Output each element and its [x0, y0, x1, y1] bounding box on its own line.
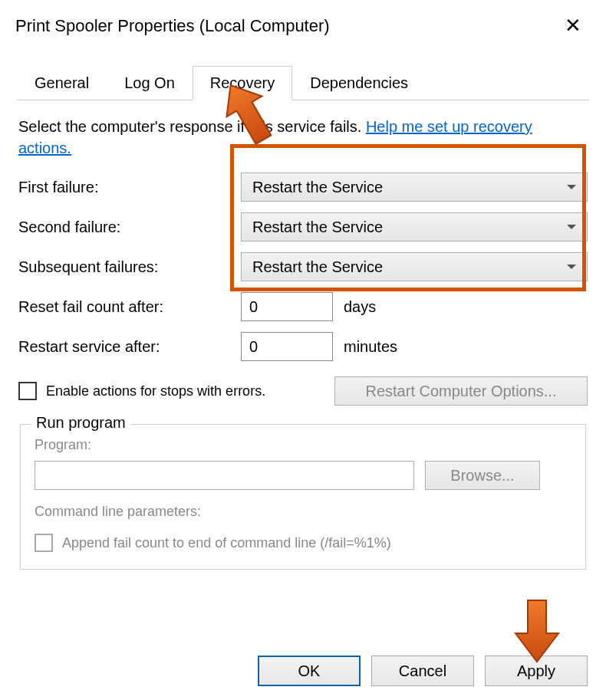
append-fail-checkbox — [35, 534, 53, 552]
subsequent-failures-dropdown[interactable]: Restart the Service — [241, 252, 588, 281]
restart-after-unit: minutes — [344, 338, 397, 356]
reset-fail-unit: days — [344, 298, 376, 316]
second-failure-value: Restart the Service — [252, 219, 383, 236]
enable-actions-label: Enable actions for stops with errors. — [46, 383, 265, 399]
restart-after-input[interactable] — [241, 332, 333, 361]
cancel-button[interactable]: Cancel — [371, 656, 474, 686]
run-program-group: Run program Program: Browse... Command l… — [20, 424, 586, 570]
append-fail-label: Append fail count to end of command line… — [62, 535, 391, 551]
tabstrip: General Log On Recovery Dependencies — [17, 65, 589, 100]
program-label: Program: — [35, 437, 571, 453]
first-failure-value: Restart the Service — [252, 179, 383, 196]
chevron-down-icon — [567, 225, 576, 229]
browse-button[interactable]: Browse... — [425, 461, 540, 490]
program-input — [35, 461, 414, 490]
close-icon[interactable]: ✕ — [555, 11, 591, 41]
window-title: Print Spooler Properties (Local Computer… — [15, 16, 330, 36]
command-line-label: Command line parameters: — [35, 504, 571, 520]
enable-actions-checkbox[interactable] — [18, 382, 37, 400]
intro-text: Select the computer's response if this s… — [18, 116, 588, 159]
intro-plain: Select the computer's response if this s… — [18, 118, 366, 135]
tab-dependencies[interactable]: Dependencies — [292, 66, 426, 100]
tab-recovery[interactable]: Recovery — [193, 66, 292, 100]
second-failure-label: Second failure: — [18, 219, 241, 236]
subsequent-failures-label: Subsequent failures: — [18, 258, 241, 276]
chevron-down-icon — [567, 185, 576, 189]
first-failure-label: First failure: — [18, 179, 241, 196]
reset-fail-input[interactable] — [241, 292, 333, 321]
chevron-down-icon — [567, 265, 576, 269]
second-failure-dropdown[interactable]: Restart the Service — [241, 212, 588, 242]
apply-button[interactable]: Apply — [485, 656, 588, 686]
ok-button[interactable]: OK — [258, 656, 361, 686]
subsequent-failures-value: Restart the Service — [252, 258, 383, 276]
tab-logon[interactable]: Log On — [107, 66, 193, 100]
restart-computer-options-button[interactable]: Restart Computer Options... — [334, 376, 588, 406]
tab-general[interactable]: General — [17, 66, 107, 100]
first-failure-dropdown[interactable]: Restart the Service — [241, 173, 588, 202]
reset-fail-label: Reset fail count after: — [18, 298, 241, 316]
run-program-legend: Run program — [31, 414, 130, 432]
restart-after-label: Restart service after: — [18, 338, 241, 356]
